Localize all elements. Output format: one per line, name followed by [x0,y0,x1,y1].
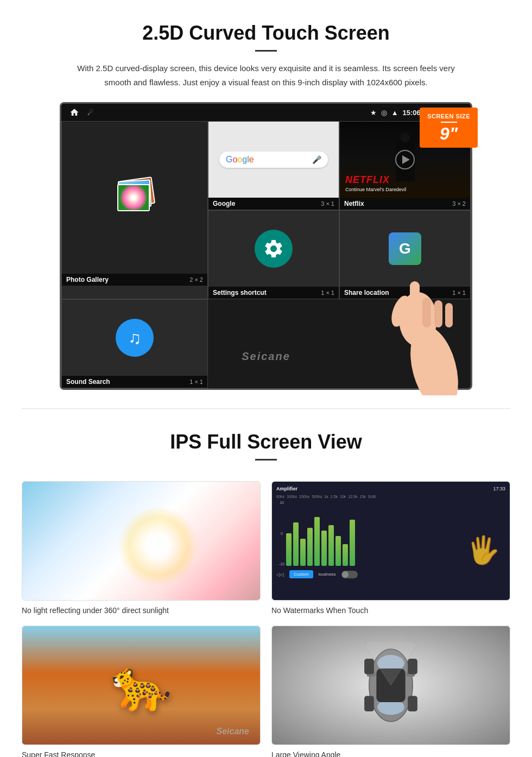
share-location-app-name: Share location [344,289,389,297]
section1-divider [255,50,277,52]
freq-12k5: 12.5k [348,495,357,499]
netflix-label: Netflix 3 × 2 [340,198,470,210]
share-location-content: G [340,211,470,287]
share-location-app-size: 1 × 1 [452,289,466,296]
app-grid: Google 🎤 Google 3 × 1 [61,121,471,388]
cheetah-emoji: 🐆 [111,661,172,710]
eq-nav-icon: ◁◁ [276,572,284,577]
settings-icon-circle [255,230,293,268]
app-cell-google[interactable]: Google 🎤 Google 3 × 1 [208,121,339,210]
eq-bar-7[interactable] [328,525,334,566]
eq-top-bar: Amplifier 17:33 [276,486,505,491]
g-letter-1: G [226,155,232,164]
microphone-icon: 🎤 [312,155,321,164]
eq-time-display: 17:33 [493,486,505,491]
sound-search-app-size: 1 × 1 [189,379,203,385]
badge-divider [441,122,457,123]
netflix-app-size: 3 × 2 [452,200,466,207]
google-label: Google 3 × 1 [208,198,339,210]
eq-visual: Amplifier 17:33 60hz 100hz 200hz 500hz 1… [272,482,510,600]
freq-2k5: 2.5k [331,495,338,499]
svg-rect-15 [364,696,374,711]
feature-cheetah: 🐆 Seicane Super Fast Response [22,626,261,757]
settings-label: Settings shortcut 1 × 1 [208,287,339,299]
badge-size-text: 9" [427,125,470,142]
car-label: Large Viewing Angle [271,750,510,757]
status-time: 15:06 [403,109,421,117]
eq-bar-10[interactable] [350,520,355,566]
app-cell-photo-gallery[interactable]: Photo Gallery 2 × 2 [61,121,208,299]
eq-title-label: Amplifier [276,486,297,491]
car-top-view-svg [358,642,423,729]
feature-sunlight: No light reflecting under 360° direct su… [22,481,261,615]
sound-search-icon-circle: ♫ [116,319,154,357]
settings-app-size: 1 × 1 [321,289,334,296]
sound-search-app-name: Sound Search [66,378,110,386]
flower-decoration [118,185,149,210]
eq-custom-button[interactable]: Custom [289,570,313,578]
cheetah-watermark: Seicane [217,727,249,736]
badge-top-text: Screen Size [427,113,470,119]
screen-watermark: Seicane [242,350,290,363]
eq-bar-5[interactable] [314,517,320,566]
photo-stack [113,176,156,219]
eq-bottom-controls: ◁◁ Custom loudness [276,570,505,578]
car-image [271,626,510,745]
settings-app-name: Settings shortcut [213,289,267,297]
location-icon: ◎ [381,109,387,117]
g-letter-6: e [249,155,254,164]
section1-title: 2.5D Curved Touch Screen [33,22,499,45]
google-search-bar[interactable]: Google 🎤 [219,152,328,168]
sunlight-visual [22,482,260,600]
maps-icon-wrapper: G [389,232,421,265]
photo-card-3 [117,184,150,211]
sunlight-rays [117,506,199,587]
g-letter-4: g [242,155,247,164]
app-cell-share-location[interactable]: G Share location 1 × 1 [339,210,471,299]
svg-rect-16 [408,696,417,711]
netflix-app-name: Netflix [344,200,364,207]
eq-db-minus10: -10 [279,562,284,566]
eq-loudness-label: loudness [319,572,336,577]
google-content: Google 🎤 [208,122,339,198]
car-visual [272,626,510,745]
loudness-toggle[interactable] [341,571,358,578]
eq-db-10: 10 [280,501,284,504]
sunlight-image [22,481,261,601]
photo-gallery-label: Photo Gallery 2 × 2 [62,274,207,286]
google-logo: Google [226,155,254,165]
usb-icon: ☄ [87,109,94,117]
freq-1k: 1k [324,495,328,499]
feature-equalizer: Amplifier 17:33 60hz 100hz 200hz 500hz 1… [271,481,510,615]
freq-sub: SUB [368,495,376,499]
settings-content [208,211,339,287]
svg-rect-13 [364,659,374,674]
freq-15k: 15k [359,495,365,499]
eq-bars-area: 10 0 -10 🖐 [276,501,505,566]
section-ips: IPS Full Screen View [0,409,532,481]
photo-gallery-app-name: Photo Gallery [66,276,109,283]
eq-bar-3[interactable] [300,539,306,566]
cheetah-visual: 🐆 Seicane [22,626,260,745]
freq-10k: 10k [340,495,346,499]
eq-bar-4[interactable] [307,528,313,566]
google-app-size: 3 × 1 [321,200,334,207]
eq-bar-8[interactable] [335,536,341,566]
freq-60hz: 60hz [276,495,284,499]
sound-search-label: Sound Search 1 × 1 [62,376,207,388]
features-grid: No light reflecting under 360° direct su… [0,481,532,757]
freq-200hz: 200hz [299,495,309,499]
app-cell-sound-search[interactable]: ♫ Sound Search 1 × 1 [61,299,208,388]
eq-db-0: 0 [281,532,283,535]
netflix-subtitle: Continue Marvel's Daredevil [345,187,406,192]
eq-bar-6[interactable] [321,531,327,566]
app-cell-settings[interactable]: Settings shortcut 1 × 1 [208,210,339,299]
svg-rect-14 [408,659,417,674]
eq-bar-9[interactable] [343,544,348,566]
eq-bar-2[interactable] [293,522,299,566]
eq-bar-1[interactable] [286,533,292,566]
photo-gallery-app-size: 2 × 2 [189,276,203,283]
cheetah-image: 🐆 Seicane [22,626,261,745]
music-note-icon: ♫ [128,328,141,348]
device-mock: ☄ ★ ◎ ▲ 15:06 □ ◁) ☒ ▭ [60,102,472,390]
